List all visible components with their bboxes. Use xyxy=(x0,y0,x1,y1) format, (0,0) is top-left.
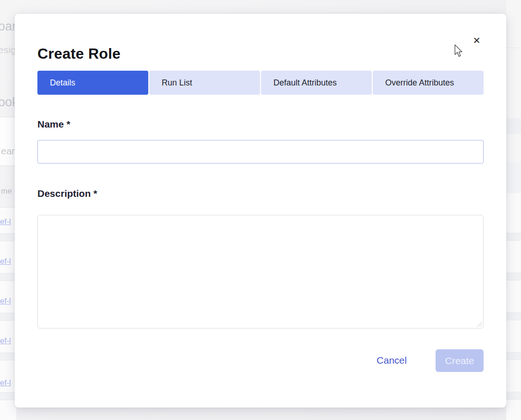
description-textarea[interactable] xyxy=(37,215,484,329)
tab-run-list[interactable]: Run List xyxy=(149,71,260,95)
bg-row-divider xyxy=(0,392,16,400)
bg-row-divider xyxy=(0,353,16,360)
bg-band xyxy=(506,163,521,193)
bg-row-divider xyxy=(506,352,521,360)
bg-role-link: ef-l xyxy=(0,378,11,388)
bg-text-fragment: esig xyxy=(0,44,16,55)
tab-override-attributes[interactable]: Override Attributes xyxy=(373,71,484,95)
bg-role-link: ef-l xyxy=(0,257,11,266)
close-icon[interactable]: × xyxy=(469,32,485,48)
bg-row-divider xyxy=(0,273,16,281)
tab-details[interactable]: Details xyxy=(37,71,148,95)
bg-column-header-fragment: me xyxy=(1,187,12,196)
modal-title: Create Role xyxy=(37,45,121,62)
bg-row-divider xyxy=(0,313,16,321)
bg-row-divider xyxy=(0,233,16,241)
bg-row-divider xyxy=(506,312,521,320)
bg-role-link: ef-l xyxy=(0,217,11,226)
tab-default-attributes[interactable]: Default Attributes xyxy=(261,71,372,95)
create-button[interactable]: Create xyxy=(436,349,484,372)
cancel-button[interactable]: Cancel xyxy=(366,353,417,368)
bg-row-divider xyxy=(506,233,521,241)
bg-role-link: ef-l xyxy=(0,336,11,346)
bg-divider xyxy=(506,48,521,48)
description-field xyxy=(37,215,484,329)
description-label: Description * xyxy=(37,188,97,199)
tab-bar: Details Run List Default Attributes Over… xyxy=(37,71,484,95)
bg-row-divider xyxy=(506,273,521,280)
name-input[interactable] xyxy=(37,140,484,164)
bg-role-link: ef-l xyxy=(0,297,11,306)
bg-table-rows xyxy=(0,207,16,420)
bg-row-divider xyxy=(506,392,521,400)
create-role-modal: Create Role × Details Run List Default A… xyxy=(15,14,506,408)
name-label: Name * xyxy=(37,119,70,130)
bg-right-strip xyxy=(506,0,521,420)
bg-table-rows xyxy=(506,193,521,420)
bg-band xyxy=(506,118,521,134)
